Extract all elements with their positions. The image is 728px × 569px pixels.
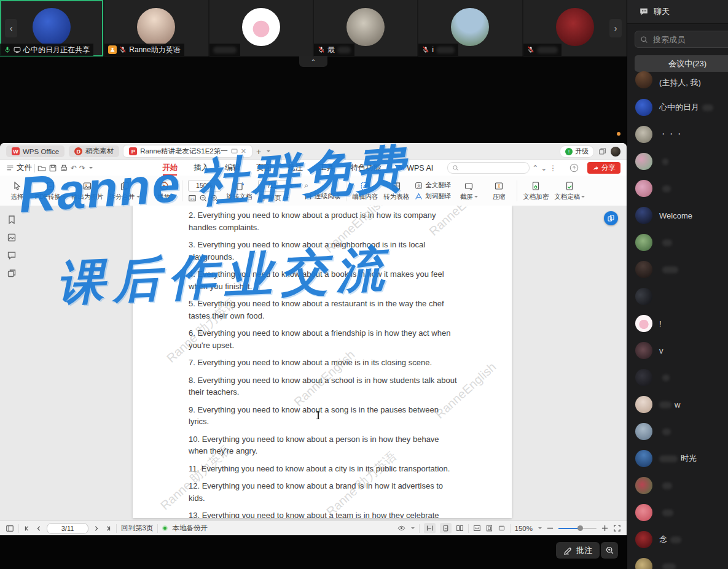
redo-icon[interactable]: ↷ [79, 164, 85, 172]
continuous-read-toggle[interactable] [424, 523, 436, 533]
tab-docer-store[interactable]: D 稻壳素材 [69, 145, 119, 157]
next-result-icon[interactable]: ⌄ [541, 164, 547, 172]
menu-file[interactable]: 文件 [17, 163, 32, 173]
ribbon-tab-comment[interactable]: 批注 [281, 160, 310, 176]
member-row[interactable]: 念 [627, 526, 728, 553]
zoom-in-icon[interactable] [210, 194, 219, 203]
view-mode-icon[interactable] [397, 524, 405, 532]
next-page-icon[interactable] [93, 525, 100, 532]
member-row[interactable] [627, 553, 728, 569]
continuous-label[interactable]: 连续阅读 [315, 192, 340, 201]
ribbon-tab-wps-ai[interactable]: WPS AI [390, 160, 440, 176]
pdf-convert-button[interactable]: PDF转换 [35, 181, 66, 201]
video-tile[interactable]: Ranne助力英语 [104, 0, 208, 56]
zoom-level-label[interactable]: 150% [515, 525, 533, 532]
ribbon-tab-edit[interactable]: 编辑 [218, 160, 247, 176]
zoom-slider[interactable] [558, 528, 597, 529]
two-page-toggle[interactable] [456, 524, 464, 532]
member-row[interactable] [627, 472, 728, 499]
sidebar-toggle-icon[interactable] [6, 524, 14, 533]
ribbon-tab-page[interactable]: 页面 [249, 160, 278, 176]
page-indicator-input[interactable]: 3/11 [47, 523, 88, 534]
pdf-convert-float-button[interactable] [604, 211, 618, 225]
document-viewport[interactable]: RanneEnglish RanneEnglish Ranne 助力英语 Ran… [0, 206, 627, 521]
next-page-icon[interactable]: › [290, 181, 292, 190]
undo-icon[interactable]: ↶ [71, 164, 77, 172]
compress-button[interactable]: 压缩 [487, 181, 511, 201]
member-row[interactable] [627, 283, 728, 310]
member-row[interactable] [627, 229, 728, 256]
fullscreen-icon[interactable] [613, 524, 621, 532]
member-row[interactable] [627, 364, 728, 391]
video-tile[interactable]: i [418, 0, 522, 56]
video-tile[interactable] [209, 0, 313, 56]
command-search-box[interactable] [447, 162, 530, 174]
upgrade-button[interactable]: ↑ 升级 [560, 145, 594, 158]
member-row[interactable]: w [627, 391, 728, 418]
in-meeting-tab[interactable]: 会议中(23) [635, 55, 728, 72]
account-avatar[interactable] [611, 147, 620, 157]
share-button[interactable]: 分享 [587, 162, 620, 174]
export-image-button[interactable]: 输出为图片 [71, 181, 104, 201]
fit-width-icon[interactable] [473, 524, 481, 532]
member-search-input[interactable] [652, 34, 716, 45]
member-row[interactable]: (主持人, 我) [627, 72, 728, 94]
hamburger-icon[interactable] [6, 164, 14, 172]
member-row[interactable]: ! [627, 310, 728, 337]
thumbnail-icon[interactable] [7, 233, 17, 242]
member-row[interactable]: 心中的日月 [627, 94, 728, 121]
back-to-page-link[interactable]: 回到第3页 [121, 524, 153, 533]
single-page-toggle[interactable] [440, 523, 452, 533]
bookmark-icon[interactable] [7, 215, 17, 225]
member-row[interactable]: 时光 [627, 445, 728, 472]
page-number-input[interactable]: /11 [258, 180, 288, 192]
new-tab-icon[interactable]: + [256, 147, 261, 157]
ribbon-tab-home[interactable]: 开始 [155, 160, 184, 176]
member-row[interactable] [627, 148, 728, 175]
last-page-icon[interactable] [104, 525, 112, 532]
encrypt-doc-button[interactable]: 文档加密 [523, 181, 549, 201]
tab-document[interactable]: P Ranne精讲老友记S1E2第一 ✕ [123, 145, 252, 157]
play-button[interactable]: 播放 [152, 181, 176, 201]
zoom-slider-knob[interactable] [577, 525, 583, 531]
member-search-box[interactable] [635, 31, 728, 48]
tab-wps-home[interactable]: W WPS Office [6, 145, 65, 157]
comment-icon[interactable] [7, 250, 17, 260]
member-row[interactable]: Welcome [627, 202, 728, 229]
single-page-label[interactable]: 单页 [268, 194, 281, 203]
actual-size-icon[interactable]: 1:1 [188, 194, 197, 203]
prev-page-icon[interactable] [35, 525, 42, 532]
video-tile[interactable]: 最 [314, 0, 417, 56]
magnifier-button[interactable] [601, 542, 618, 559]
fit-visible-icon[interactable] [498, 524, 506, 532]
member-row[interactable] [627, 418, 728, 445]
ribbon-tab-insert[interactable]: 插入 [187, 160, 216, 176]
zoom-out-button[interactable] [546, 524, 554, 532]
fit-page-icon[interactable] [485, 524, 493, 532]
save-icon[interactable] [49, 164, 57, 172]
quickbar-caret-icon[interactable] [89, 167, 93, 169]
member-row[interactable]: v [627, 337, 728, 364]
select-tool-button[interactable]: 选择 [5, 181, 29, 201]
zoom-caret-icon[interactable] [538, 527, 542, 529]
member-list[interactable]: (主持人, 我) 心中的日月 ・・・ Welcome [627, 72, 728, 569]
sidebar-title[interactable]: 聊天 [654, 6, 670, 17]
member-row[interactable] [627, 256, 728, 283]
caret-icon[interactable] [411, 527, 415, 529]
finalize-doc-button[interactable]: 文档定稿 [554, 181, 585, 201]
strip-collapse-button[interactable]: ⌃ [299, 56, 327, 67]
word-translate-button[interactable]: 划词翻译 [415, 192, 451, 201]
layers-icon[interactable] [7, 268, 17, 278]
prev-result-icon[interactable]: ⌃ [532, 164, 538, 172]
search-doc-icon[interactable]: ⌕ [304, 181, 308, 190]
zoom-input[interactable]: 150% [188, 180, 221, 192]
close-tab-icon[interactable]: ✕ [241, 147, 246, 155]
screenshot-button[interactable]: 截屏 [456, 181, 481, 201]
member-row[interactable] [627, 499, 728, 526]
strip-next-button[interactable]: › [609, 19, 622, 37]
first-page-icon[interactable] [23, 525, 31, 532]
window-restore-icon[interactable] [598, 147, 606, 155]
member-row[interactable]: ・・・ [627, 121, 728, 148]
cloud-upload-icon[interactable] [569, 163, 579, 172]
open-folder-icon[interactable] [37, 164, 46, 172]
